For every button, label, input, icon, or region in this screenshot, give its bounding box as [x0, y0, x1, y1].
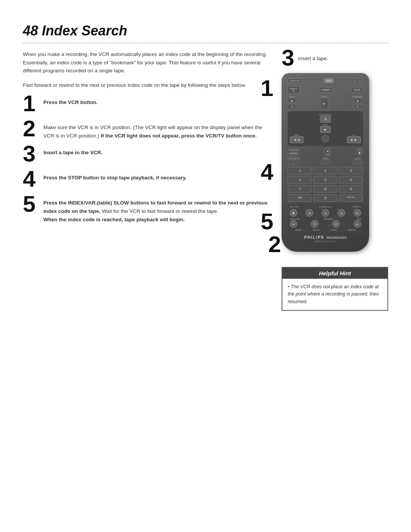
vol-fadv-channel-row: VOL ▲ ▽ F.ADV ► CHANNEL ▲	[288, 96, 363, 109]
eject-power-mute-row: EJECT▲ POWER MUTE	[288, 86, 363, 94]
step-5: 5 Press the INDEX/VAR.(iable) SLOW butto…	[23, 196, 270, 224]
num-2-button[interactable]: 2	[313, 167, 337, 174]
exit-status-button[interactable]: ○	[288, 160, 299, 165]
clear-button[interactable]: ○	[352, 160, 363, 165]
rec-button[interactable]: ●	[322, 135, 329, 142]
step-4-text: Press the STOP button to stop tape playb…	[43, 175, 187, 181]
rew-group: REW ◄◄	[290, 134, 304, 143]
num-9-button[interactable]: 9	[339, 185, 363, 193]
step-5-content: Press the INDEX/VAR.(iable) SLOW buttons…	[43, 196, 270, 224]
memory-label: MEMORY	[353, 206, 361, 208]
mode-buttons-row: CBL/DSS VCR TV	[288, 78, 363, 83]
tracking-label: TRACKING	[323, 218, 333, 220]
index-fwd-button[interactable]: ▲	[322, 209, 329, 217]
num-0-button[interactable]: 0	[313, 194, 337, 202]
helpful-hint-header: Helpful Hint	[282, 268, 387, 279]
right-column: 3 Insert a tape. 1 4 5 2 CBL/DSS VCR TV	[282, 50, 388, 311]
remote-step-1: 1	[261, 77, 273, 100]
step-3-content: Insert a tape in the VCR.	[43, 145, 270, 157]
channel-group: CHANNEL ▲ ▽	[352, 96, 363, 109]
num-1-button[interactable]: 1	[288, 167, 312, 174]
num-6-button[interactable]: 6	[339, 176, 363, 184]
play-row: PLAY ►	[290, 124, 361, 133]
step-1-content: Press the VCR button.	[43, 95, 270, 107]
index-label: ◄◄INDEX►►	[319, 206, 332, 208]
remote-control: CBL/DSS VCR TV EJECT▲ POWER MUTE VOL ▲	[282, 73, 369, 252]
stop-button[interactable]: ■	[325, 149, 331, 154]
vcr-plus-group: VCR PLUS+ ENTER	[288, 149, 300, 156]
index-buttons-row: ⏺ ◄ ▲ ▲ ►	[290, 209, 361, 217]
rew-button[interactable]: ◄◄	[290, 136, 304, 143]
step-1: 1 Press the VCR button.	[23, 95, 270, 115]
num-3-button[interactable]: 3	[339, 167, 363, 174]
tracking-down-button[interactable]: ▼	[311, 220, 319, 228]
left-column: When you make a recording, the VCR autom…	[23, 50, 270, 311]
num-8-button[interactable]: 8	[313, 185, 337, 193]
step-2-content: Make sure the VCR is in VCR position. (T…	[43, 120, 270, 140]
page-title: 48 Index Search	[23, 23, 388, 39]
memory-button[interactable]: ►	[354, 209, 361, 217]
remote-locator-label: REMOTE LOCATOR	[288, 240, 363, 243]
var-slow-label: VAR.SLOW	[290, 218, 299, 220]
step-4: 4 Press the STOP button to stop tape pla…	[23, 171, 270, 190]
vcr-button[interactable]: VCR	[324, 78, 334, 83]
fadv-button[interactable]: ►	[320, 98, 328, 109]
menu-group: MENU ○	[320, 157, 331, 165]
vol-group: VOL ▲ ▽	[288, 96, 296, 109]
step-5-number: 5	[23, 193, 38, 216]
step-1-text: Press the VCR button.	[43, 99, 98, 105]
ch-down-button[interactable]: ▽	[354, 104, 362, 109]
helpful-hint-container: Helpful Hint The VCR does not place an i…	[282, 267, 388, 311]
go-to-button[interactable]: GO-TO	[339, 194, 363, 202]
step-1-number: 1	[23, 92, 38, 115]
tracking-buttons-row: ◄ ▼ ▼ ►	[290, 220, 361, 228]
step-3: 3 Insert a tape in the VCR.	[23, 145, 270, 165]
step-4-number: 4	[23, 168, 38, 190]
power-button[interactable]: POWER	[319, 87, 332, 93]
number-grid: 1 2 3 4 5 6 7 8 9 100 0 GO-TO	[288, 167, 363, 202]
exit-status-group: EXIT/STATUS ○	[288, 157, 299, 165]
num-4-button[interactable]: 4	[288, 176, 312, 184]
vol-up-button[interactable]: ▲	[288, 98, 296, 103]
speed-button[interactable]: ◄	[290, 220, 297, 228]
tv-button[interactable]: TV	[355, 78, 363, 83]
eject-button[interactable]: EJECT▲	[288, 86, 299, 94]
intro-para2: Fast forward or rewind to the next or pr…	[23, 81, 270, 89]
num-7-button[interactable]: 7	[288, 185, 312, 193]
vcr-plus-button[interactable]: ENTER	[288, 151, 300, 156]
tracking-up-button[interactable]: ▼	[332, 220, 340, 228]
intro-para1: When you make a recording, the VCR autom…	[23, 50, 270, 75]
bottom-function-section: REC·DTR ◄◄INDEX►► MEMORY ⏺ ◄ ▲ ▲ ► VAR.S…	[288, 204, 363, 233]
pause-still-label: PAUSE/STILL ⏸	[290, 113, 361, 123]
cbl-dss-button[interactable]: CBL/DSS	[288, 78, 302, 83]
light-button[interactable]: 💡	[356, 150, 363, 156]
skip-fwd-button[interactable]: ►	[354, 220, 361, 228]
index-back-button[interactable]: ◄	[306, 209, 313, 217]
remote-step-5a: 5	[261, 210, 273, 233]
helpful-hint-box: Helpful Hint The VCR does not place an i…	[282, 267, 388, 311]
step-3-number: 3	[23, 142, 38, 165]
right-step-3-insert: Insert a tape.	[298, 50, 328, 61]
index-memory-row: REC·DTR ◄◄INDEX►► MEMORY	[290, 206, 361, 208]
step-5-text-bold-end: When the index code is reached, tape pla…	[43, 217, 185, 222]
logo-area: PHILIPS MAGNAVOX REMOTE LOCATOR	[288, 235, 363, 243]
mute-button[interactable]: MUTE	[352, 87, 363, 93]
clear-group: CLEAR ○	[352, 157, 363, 165]
play-button[interactable]: ►	[320, 126, 331, 133]
light-group: LIGHT 💡	[356, 148, 363, 156]
remote-wrapper: 1 4 5 2 CBL/DSS VCR TV EJECT▲ POWER MUTE	[282, 73, 388, 252]
num-5-button[interactable]: 5	[313, 176, 337, 184]
num-100-button[interactable]: 100	[288, 194, 312, 202]
var-slow-button[interactable]: ▲	[338, 209, 345, 217]
menu-button[interactable]: ○	[320, 160, 331, 165]
helpful-hint-body: The VCR does not place an index code at …	[282, 279, 387, 310]
rec-dtr-button[interactable]: ⏺	[290, 209, 297, 217]
section-divider	[23, 43, 388, 43]
vcr-plus-stop-light-row: VCR PLUS+ ENTER ■ STOP LIGHT 💡	[288, 148, 363, 156]
step-2-text-bold: If the VCR light does not appear, press …	[101, 133, 257, 139]
vol-down-button[interactable]: ▽	[288, 104, 296, 109]
ch-up-button[interactable]: ▲	[354, 98, 362, 103]
pause-button[interactable]: ⏸	[320, 116, 331, 123]
ff-button[interactable]: ►►	[347, 136, 361, 143]
remote-step-4: 4	[261, 161, 273, 184]
